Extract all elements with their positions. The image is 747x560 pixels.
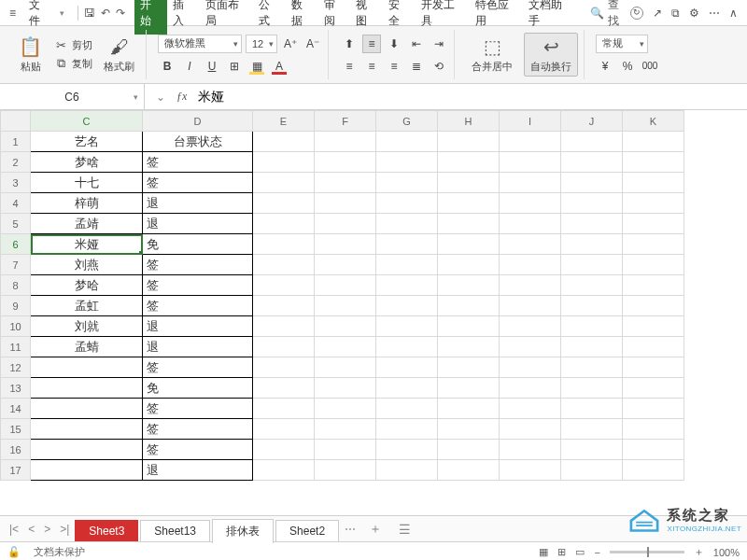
cut-button[interactable]: ✂剪切	[53, 38, 92, 52]
italic-button[interactable]: I	[180, 57, 199, 76]
cell[interactable]: 刘就	[31, 316, 143, 337]
zoom-slider[interactable]	[610, 551, 684, 553]
col-header[interactable]: F	[315, 111, 376, 132]
col-header[interactable]: G	[376, 111, 438, 132]
cell[interactable]	[561, 337, 623, 357]
cell[interactable]	[253, 255, 315, 275]
row-header[interactable]: 9	[1, 296, 31, 316]
cell[interactable]	[438, 378, 500, 399]
history-icon[interactable]: ⧉	[671, 7, 680, 20]
search-box[interactable]: 🔍 查找	[590, 0, 628, 29]
cell[interactable]	[315, 132, 376, 152]
cell[interactable]	[623, 193, 684, 214]
cell[interactable]	[376, 357, 438, 378]
cell[interactable]	[31, 378, 143, 399]
percent-icon[interactable]: %	[618, 57, 637, 76]
cell[interactable]: 签	[143, 399, 253, 419]
cell[interactable]: 退	[143, 337, 253, 357]
cell[interactable]: 孟蜻	[31, 337, 143, 357]
cell[interactable]	[500, 316, 561, 337]
row-header[interactable]: 6	[1, 234, 31, 255]
cell[interactable]: 免	[143, 234, 253, 255]
row-header[interactable]: 16	[1, 440, 31, 460]
cell[interactable]	[561, 234, 623, 255]
cell[interactable]	[376, 378, 438, 399]
row-header[interactable]: 5	[1, 214, 31, 234]
cell[interactable]	[623, 132, 684, 152]
cell[interactable]	[561, 132, 623, 152]
cell[interactable]	[315, 152, 376, 173]
cell[interactable]	[315, 173, 376, 193]
align-right-icon[interactable]: ≡	[385, 57, 403, 76]
cell[interactable]: 签	[143, 152, 253, 173]
cell[interactable]	[253, 152, 315, 173]
cell[interactable]	[500, 234, 561, 255]
cell[interactable]: 梦啥	[31, 152, 143, 173]
cell[interactable]	[623, 214, 684, 234]
cell[interactable]: 孟虹	[31, 296, 143, 316]
cell[interactable]	[253, 316, 315, 337]
cell[interactable]	[561, 214, 623, 234]
row-header[interactable]: 2	[1, 152, 31, 173]
cell[interactable]	[561, 193, 623, 214]
fx-icon[interactable]: ƒx	[176, 90, 187, 104]
cell[interactable]	[561, 173, 623, 193]
cell[interactable]	[561, 357, 623, 378]
file-menu-dropdown-icon[interactable]: ▾	[60, 8, 64, 18]
cell[interactable]: 免	[143, 378, 253, 399]
col-header[interactable]: E	[253, 111, 315, 132]
row-header[interactable]: 7	[1, 255, 31, 275]
sheet-tab[interactable]: Sheet13	[140, 520, 210, 541]
cell[interactable]	[438, 357, 500, 378]
cell[interactable]	[315, 357, 376, 378]
cell[interactable]	[561, 296, 623, 316]
cell[interactable]: 签	[143, 357, 253, 378]
cell[interactable]	[31, 460, 143, 481]
col-header[interactable]: C	[31, 111, 143, 132]
cell[interactable]	[623, 152, 684, 173]
row-header[interactable]: 4	[1, 193, 31, 214]
cell[interactable]	[253, 440, 315, 460]
cell[interactable]	[438, 460, 500, 481]
cell[interactable]	[561, 460, 623, 481]
cell[interactable]	[376, 440, 438, 460]
cell[interactable]	[253, 337, 315, 357]
align-bottom-icon[interactable]: ⬇	[385, 35, 403, 53]
number-format-select[interactable]: 常规	[596, 35, 648, 53]
font-name-select[interactable]: 微软雅黑	[158, 35, 242, 53]
cell[interactable]	[315, 255, 376, 275]
cell[interactable]: 签	[143, 296, 253, 316]
cell[interactable]	[500, 419, 561, 440]
cell[interactable]	[31, 440, 143, 460]
cell[interactable]	[561, 378, 623, 399]
cell[interactable]	[438, 399, 500, 419]
cell[interactable]	[438, 132, 500, 152]
cell[interactable]	[376, 132, 438, 152]
cell[interactable]	[253, 173, 315, 193]
sheet-tab-more-icon[interactable]: ⋯	[341, 523, 359, 536]
cell[interactable]	[623, 234, 684, 255]
orientation-icon[interactable]: ⟲	[430, 57, 448, 76]
sheet-nav-prev-icon[interactable]: <	[24, 523, 38, 536]
cell[interactable]	[315, 316, 376, 337]
font-size-select[interactable]: 12	[246, 35, 277, 53]
cell[interactable]	[500, 357, 561, 378]
cell[interactable]	[500, 193, 561, 214]
cell[interactable]	[376, 399, 438, 419]
col-header[interactable]: D	[143, 111, 253, 132]
row-header[interactable]: 8	[1, 275, 31, 296]
align-left-icon[interactable]: ≡	[340, 57, 359, 76]
expand-formula-icon[interactable]: ⌄	[156, 91, 165, 104]
col-header[interactable]: K	[623, 111, 684, 132]
cell[interactable]	[438, 214, 500, 234]
row-header[interactable]: 1	[1, 132, 31, 152]
cell[interactable]	[623, 316, 684, 337]
cell[interactable]	[500, 378, 561, 399]
underline-button[interactable]: U	[203, 57, 221, 76]
cell[interactable]	[438, 337, 500, 357]
decrease-font-icon[interactable]: A⁻	[303, 35, 322, 53]
cell[interactable]	[500, 214, 561, 234]
zoom-level[interactable]: 100%	[713, 547, 740, 558]
border-button[interactable]: ⊞	[225, 57, 244, 76]
file-menu[interactable]: 文件	[21, 0, 58, 29]
